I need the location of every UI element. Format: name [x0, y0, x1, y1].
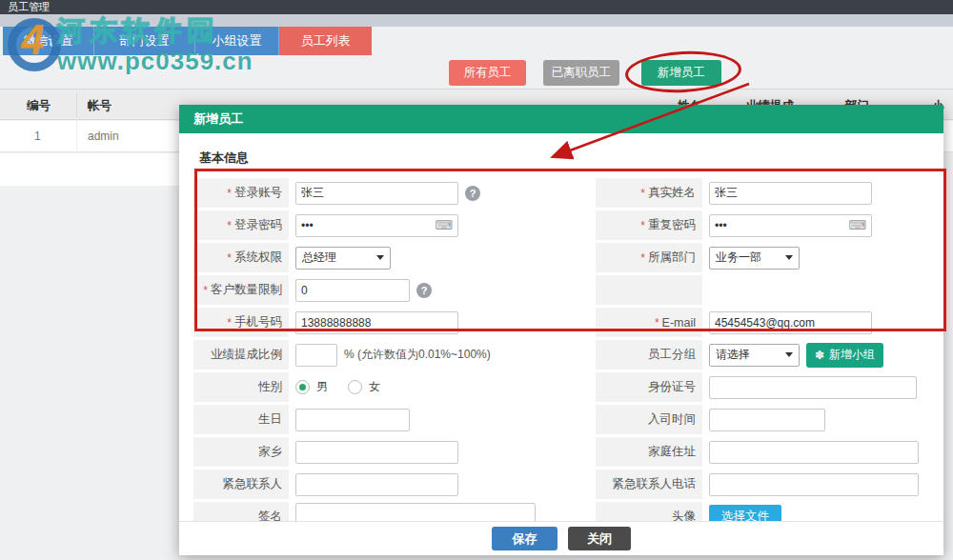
form-row: 性别 男 女 身份证号	[193, 372, 930, 402]
customer-limit-label: 客户数量限制	[211, 282, 282, 298]
mobile-label: 手机号码	[234, 314, 282, 330]
department-select[interactable]: 业务一部	[709, 247, 800, 270]
column-divider	[76, 93, 77, 117]
real-name-label: 真实姓名	[648, 185, 696, 201]
table-empty-area	[0, 153, 179, 186]
gender-female-option[interactable]: 女	[369, 379, 380, 395]
id-card-label: 身份证号	[648, 379, 696, 395]
tab-group-settings[interactable]: 小组设置	[195, 27, 279, 55]
emergency-contact-input[interactable]	[295, 473, 458, 496]
real-name-input[interactable]	[709, 182, 872, 205]
emergency-phone-label: 紧急联系人电话	[613, 476, 697, 492]
email-label: E-mail	[662, 316, 696, 330]
login-password-input[interactable]	[295, 214, 458, 237]
modal-title: 新增员工	[193, 111, 243, 126]
birthday-input[interactable]	[295, 409, 410, 431]
join-time-label: 入司时间	[648, 411, 696, 428]
login-password-label: 登录密码	[234, 217, 282, 233]
gear-icon: ✽	[815, 349, 824, 362]
hometown-input[interactable]	[295, 441, 458, 464]
repeat-password-label: 重复密码	[648, 217, 696, 233]
modal-body: 基本信息 *登录账号 ? *真实姓名 *登录密码 ⌨ *重复密码 ⌨	[179, 133, 943, 531]
home-address-label: 家庭住址	[648, 444, 696, 460]
mobile-input[interactable]	[295, 311, 458, 334]
home-address-input[interactable]	[709, 441, 919, 464]
required-marker: *	[640, 251, 645, 265]
secondary-bar	[0, 14, 953, 27]
chevron-down-icon	[785, 352, 793, 357]
help-icon[interactable]: ?	[465, 186, 480, 201]
tab-bar: 微信设置 部门设置 小组设置 员工列表	[3, 27, 372, 55]
modal-title-bar: 新增员工	[179, 105, 943, 133]
group-label: 员工分组	[648, 347, 696, 363]
tab-employee-list[interactable]: 员工列表	[279, 27, 372, 55]
required-marker: *	[227, 219, 232, 232]
modal-footer: 保存 关闭	[179, 521, 943, 555]
form-row: 生日 入司时间	[193, 405, 930, 434]
id-card-input[interactable]	[709, 376, 917, 399]
emergency-contact-label: 紧急联系人	[223, 476, 283, 492]
form-row: *客户数量限制 ?	[193, 275, 930, 305]
required-marker: *	[227, 251, 232, 265]
department-label: 所属部门	[648, 250, 696, 266]
help-icon[interactable]: ?	[416, 283, 432, 298]
tab-wechat-settings[interactable]: 微信设置	[3, 27, 94, 55]
login-account-input[interactable]	[295, 182, 458, 205]
hometown-label: 家乡	[258, 444, 282, 460]
all-employees-button[interactable]: 所有员工	[449, 60, 526, 86]
add-group-button[interactable]: ✽新增小组	[806, 343, 883, 368]
customer-limit-input[interactable]	[295, 279, 410, 302]
required-marker: *	[227, 316, 232, 330]
section-title: 基本信息	[193, 142, 930, 178]
system-permission-label: 系统权限	[234, 250, 282, 266]
commission-input[interactable]	[295, 344, 337, 367]
star-icon: ★	[57, 60, 67, 72]
column-header-id: 编号	[27, 98, 51, 114]
required-marker: *	[640, 187, 645, 200]
gender-male-option[interactable]: 男	[316, 379, 328, 395]
commission-label: 业绩提成比例	[211, 347, 282, 363]
close-button[interactable]: 关闭	[568, 527, 631, 550]
gender-female-radio[interactable]	[348, 380, 362, 394]
required-marker: *	[227, 187, 232, 200]
gender-label: 性别	[258, 379, 282, 395]
window-title-bar: 员工管理	[0, 0, 953, 14]
column-divider	[76, 121, 77, 152]
required-marker: *	[655, 316, 659, 330]
required-marker: *	[640, 219, 645, 232]
form-row: 业绩提成比例 % (允许数值为0.01%~100%) 员工分组 请选择 ✽新增小…	[193, 340, 930, 370]
gender-male-radio[interactable]	[295, 380, 310, 394]
required-marker: *	[203, 284, 208, 297]
emergency-phone-input[interactable]	[709, 473, 919, 496]
login-account-label: 登录账号	[234, 185, 282, 201]
add-employee-button[interactable]: 新增员工	[641, 60, 721, 86]
column-header-account: 帐号	[88, 98, 112, 114]
group-select[interactable]: 请选择	[709, 344, 800, 367]
birthday-label: 生日	[258, 411, 282, 428]
page-title: 员工管理	[8, 1, 50, 12]
add-employee-modal: 新增员工 基本信息 *登录账号 ? *真实姓名 *登录密码 ⌨ *重复密码 ⌨	[179, 105, 943, 555]
tab-department-settings[interactable]: 部门设置	[94, 27, 195, 55]
cell-id: 1	[34, 130, 41, 143]
chevron-down-icon	[785, 255, 793, 260]
repeat-password-input[interactable]	[709, 214, 872, 237]
form-row: *系统权限 总经理 *所属部门 业务一部	[193, 243, 930, 272]
cell-account: admin	[88, 130, 119, 143]
commission-hint: % (允许数值为0.01%~100%)	[344, 347, 491, 363]
form-row: *手机号码 *E-mail	[193, 308, 930, 337]
form-row: 家乡 家庭住址	[193, 437, 930, 467]
chevron-down-icon	[376, 255, 384, 260]
form-row: 紧急联系人 紧急联系人电话	[193, 470, 930, 499]
email-input[interactable]	[709, 311, 872, 334]
form-row: *登录密码 ⌨ *重复密码 ⌨	[193, 210, 930, 240]
system-permission-select[interactable]: 总经理	[295, 247, 391, 270]
form-row: *登录账号 ? *真实姓名	[193, 178, 930, 208]
join-time-input[interactable]	[709, 409, 825, 431]
save-button[interactable]: 保存	[492, 527, 558, 550]
resigned-employees-button[interactable]: 已离职员工	[543, 60, 619, 86]
